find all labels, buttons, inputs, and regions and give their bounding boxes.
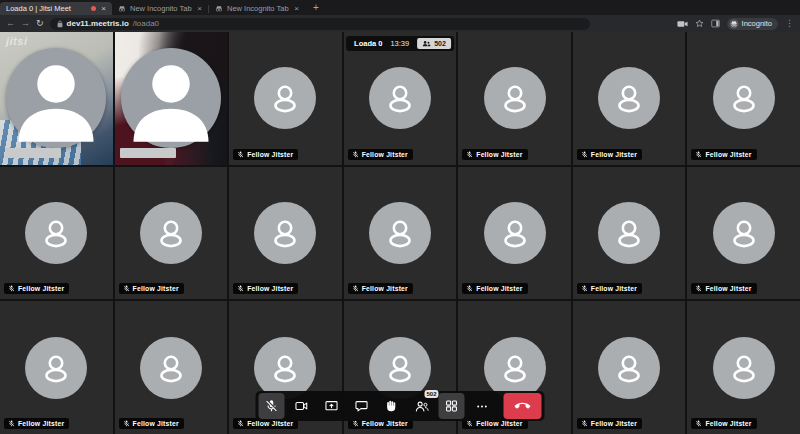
bookmark-star-icon[interactable] xyxy=(695,19,704,28)
participant-name-chip: Fellow Jitster xyxy=(577,149,642,160)
participant-tile[interactable]: Fellow Jitster xyxy=(573,167,686,300)
new-tab-button[interactable]: + xyxy=(305,3,327,15)
camera-in-use-icon[interactable] xyxy=(677,20,688,28)
raise-hand-button[interactable] xyxy=(379,393,405,419)
url-path: /loada0 xyxy=(133,19,159,28)
participant-name: Fellow Jitster xyxy=(476,151,522,158)
participant-tile[interactable]: Fellow Jitster xyxy=(687,167,800,300)
muted-mic-icon xyxy=(581,151,588,158)
participant-tile[interactable]: Fellow Jitster xyxy=(687,301,800,434)
muted-mic-icon xyxy=(237,420,244,427)
tab-jitsi-meet[interactable]: Loada 0 | Jitsi Meet × xyxy=(0,2,112,15)
participant-tile[interactable]: Fellow Jitster xyxy=(573,301,686,434)
chat-button[interactable] xyxy=(349,393,375,419)
participant-tile[interactable]: Fellow Jitster xyxy=(687,32,800,165)
forward-icon[interactable]: → xyxy=(21,19,30,28)
tab-strip: Loada 0 | Jitsi Meet × New Incognito Tab… xyxy=(0,0,800,15)
muted-mic-icon xyxy=(466,151,473,158)
tab-close-icon[interactable]: × xyxy=(294,5,299,13)
muted-mic-icon xyxy=(123,420,130,427)
back-icon[interactable]: ← xyxy=(6,19,15,28)
participant-name: Fellow Jitster xyxy=(591,151,637,158)
muted-mic-icon xyxy=(237,285,244,292)
url-field[interactable]: dev11.meetris.io/loada0 xyxy=(50,18,590,30)
tab-title: New Incognito Tab xyxy=(130,4,195,13)
participant-tile[interactable]: Fellow Jitster xyxy=(0,301,113,434)
participant-name-chip: Fellow Jitster xyxy=(691,283,756,294)
avatar xyxy=(229,32,342,165)
video-tile-camera-1[interactable]: jitsi xyxy=(0,32,113,165)
participant-name: Fellow Jitster xyxy=(247,285,293,292)
participant-name: Fellow Jitster xyxy=(133,420,179,427)
participant-tile[interactable]: Fellow Jitster xyxy=(344,32,457,165)
side-panel-icon[interactable] xyxy=(711,19,720,28)
participant-name: Fellow Jitster xyxy=(362,420,408,427)
participant-name-chip: Fellow Jitster xyxy=(233,283,298,294)
muted-mic-icon xyxy=(123,285,130,292)
tab-close-icon[interactable]: × xyxy=(197,5,202,13)
avatar xyxy=(115,167,228,300)
tab-close-icon[interactable]: × xyxy=(101,5,106,13)
reload-icon[interactable]: ↻ xyxy=(36,19,44,28)
conference-info-bar[interactable]: Loada 0 13:39 502 xyxy=(346,36,454,51)
avatar xyxy=(115,301,228,434)
more-button[interactable] xyxy=(469,393,495,419)
avatar xyxy=(687,32,800,165)
address-bar: ← → ↻ dev11.meetris.io/loada0 Incognito … xyxy=(0,15,800,32)
tab-incognito-1[interactable]: New Incognito Tab × xyxy=(112,2,208,15)
hangup-button[interactable] xyxy=(504,393,542,419)
participants-button[interactable]: 502 xyxy=(409,393,435,419)
muted-mic-icon xyxy=(237,151,244,158)
screen-share-button[interactable] xyxy=(319,393,345,419)
participant-name-chip: Fellow Jitster xyxy=(4,283,69,294)
muted-mic-icon xyxy=(8,420,15,427)
tab-incognito-2[interactable]: New Incognito Tab × xyxy=(209,2,305,15)
avatar xyxy=(573,301,686,434)
participant-name: Fellow Jitster xyxy=(247,420,293,427)
participant-count-toolbar-badge: 502 xyxy=(424,390,438,398)
incognito-icon xyxy=(215,5,223,13)
participant-name-chip: Fellow Jitster xyxy=(348,283,413,294)
incognito-badge[interactable]: Incognito xyxy=(727,18,778,30)
participant-name-chip: Fellow Jitster xyxy=(577,283,642,294)
participant-tile[interactable]: Fellow Jitster xyxy=(458,167,571,300)
tab-title: Loada 0 | Jitsi Meet xyxy=(6,4,87,13)
camera-button[interactable] xyxy=(289,393,315,419)
muted-mic-icon xyxy=(581,420,588,427)
meeting-toolbar: 502 xyxy=(256,391,545,421)
participant-tile[interactable]: Fellow Jitster xyxy=(573,32,686,165)
participant-tile[interactable]: Fellow Jitster xyxy=(115,167,228,300)
participant-name: Fellow Jitster xyxy=(362,151,408,158)
incognito-icon xyxy=(729,19,739,29)
participant-tile[interactable]: Fellow Jitster xyxy=(0,167,113,300)
incognito-icon xyxy=(118,5,126,13)
participant-name: Fellow Jitster xyxy=(362,285,408,292)
participant-count-badge[interactable]: 502 xyxy=(417,38,451,49)
conference-subject: Loada 0 xyxy=(354,39,382,48)
menu-dots-icon[interactable]: ⋮ xyxy=(785,19,794,28)
participant-name-chip: Fellow Jitster xyxy=(462,149,527,160)
participant-name: Fellow Jitster xyxy=(18,420,64,427)
privacy-avatar-overlay xyxy=(6,48,106,148)
url-host: dev11.meetris.io xyxy=(67,19,129,28)
participant-name-chip: Fellow Jitster xyxy=(462,283,527,294)
participant-name-chip: Fellow Jitster xyxy=(4,418,69,429)
video-tile-camera-2[interactable] xyxy=(115,32,228,165)
microphone-muted-button[interactable] xyxy=(259,393,285,419)
avatar xyxy=(687,167,800,300)
participants-icon xyxy=(422,40,431,47)
tile-view-button[interactable] xyxy=(439,393,465,419)
participant-name: Fellow Jitster xyxy=(591,420,637,427)
lock-icon xyxy=(57,20,63,28)
participant-name: Fellow Jitster xyxy=(705,420,751,427)
participant-tile[interactable]: Fellow Jitster xyxy=(229,167,342,300)
participant-name-chip: Fellow Jitster xyxy=(119,418,184,429)
participant-tile[interactable]: Fellow Jitster xyxy=(458,32,571,165)
participant-tile[interactable]: Fellow Jitster xyxy=(115,301,228,434)
muted-mic-icon xyxy=(581,285,588,292)
avatar xyxy=(344,32,457,165)
muted-mic-icon xyxy=(352,285,359,292)
participant-tile[interactable]: Fellow Jitster xyxy=(229,32,342,165)
participant-name-chip: Fellow Jitster xyxy=(691,418,756,429)
participant-tile[interactable]: Fellow Jitster xyxy=(344,167,457,300)
